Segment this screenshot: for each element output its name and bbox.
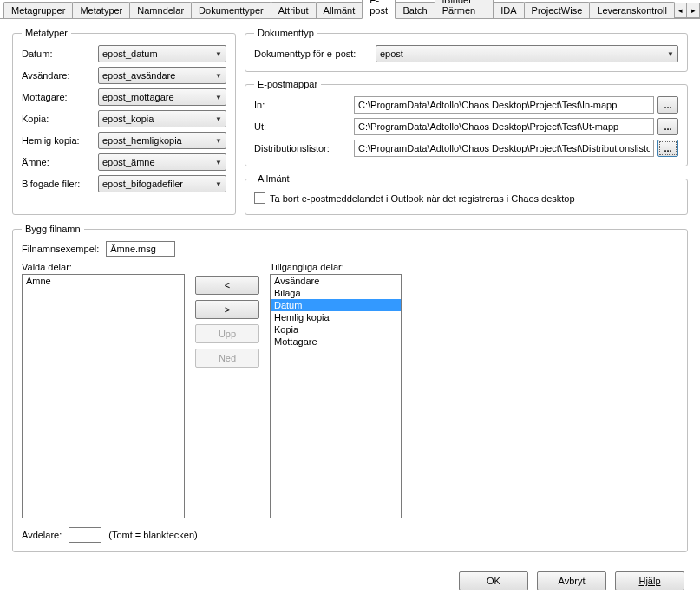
tab-dokumenttyper[interactable]: Dokumenttyper [191,2,271,18]
move-left-button[interactable]: < [195,276,259,295]
tab-scroll-left[interactable]: ◂ [673,3,687,18]
list-item[interactable]: Hemlig kopia [271,311,401,323]
combo-datum[interactable]: epost_datum▼ [98,45,226,62]
list-item[interactable]: Bilaga [271,287,401,299]
tab-scroll-right[interactable]: ▸ [686,3,700,18]
browse-distlistor-button[interactable]: ... [657,140,678,157]
move-up-button[interactable]: Upp [195,324,259,343]
label-avdelare: Avdelare: [22,530,62,540]
tab-ibinder[interactable]: iBinder Pärmen [435,0,494,18]
label-bifogade: Bifogade filer: [22,179,98,189]
label-filex: Filnamnsexempel: [22,244,99,254]
chevron-down-icon: ▼ [215,50,222,58]
allmant-legend: Allmänt [254,173,293,184]
tab-allmant[interactable]: Allmänt [316,2,363,18]
bygg-filnamn-group: Bygg filnamn Filnamnsexempel: Valda dela… [12,224,688,552]
input-distlistor[interactable] [354,140,654,157]
list-item[interactable]: Kopia [271,323,401,336]
label-mottagare: Mottagare: [22,92,98,102]
combo-kopia[interactable]: epost_kopia▼ [98,110,226,127]
combo-avsandare[interactable]: epost_avsändare▼ [98,67,226,84]
tab-metagrupper[interactable]: Metagrupper [3,2,73,18]
ok-button[interactable]: OK [459,571,528,590]
tab-metatyper[interactable]: Metatyper [72,2,130,18]
browse-in-button[interactable]: ... [657,96,678,114]
chevron-down-icon: ▼ [215,72,222,80]
dialog-buttons: OK Avbryt Hjälp [0,561,700,593]
label-ut: Ut: [254,121,354,132]
tab-attribut[interactable]: Attribut [271,2,317,18]
chevron-down-icon: ▼ [215,115,222,123]
cancel-button[interactable]: Avbryt [537,571,606,590]
chevron-down-icon: ▼ [215,137,222,145]
tab-leveranskontroll[interactable]: Leveranskontroll [589,2,675,18]
list-item[interactable]: Datum [271,299,401,311]
label-amne: Ämne: [22,157,98,167]
list-item[interactable]: Avsändare [271,275,401,287]
tab-epost[interactable]: E-post [362,0,396,19]
listbox-valda[interactable]: Ämne [22,274,185,518]
chevron-down-icon: ▼ [215,159,222,166]
help-button[interactable]: Hjälp [615,571,684,590]
hint-avdelare: (Tomt = blanktecken) [108,530,197,540]
label-in: In: [254,100,354,110]
input-avdelare[interactable] [69,527,101,543]
input-ut[interactable] [354,118,654,135]
chevron-down-icon: ▼ [215,94,222,101]
combo-mottagare[interactable]: epost_mottagare▼ [98,88,226,106]
tab-namndelar[interactable]: Namndelar [129,2,192,18]
tab-bar: Metagrupper Metatyper Namndelar Dokument… [0,0,700,19]
tab-ida[interactable]: IDA [493,2,524,18]
tab-projectwise[interactable]: ProjectWise [524,2,591,18]
list-item[interactable]: Mottagare [271,336,401,348]
label-hemligkopia: Hemlig kopia: [22,135,98,146]
epostmappar-group: E-postmappar In: ... Ut: ... Distributio… [245,79,688,166]
allmant-group: Allmänt Ta bort e-postmeddelandet i Outl… [245,173,688,215]
listbox-tillg[interactable]: Avsändare Bilaga Datum Hemlig kopia Kopi… [270,274,402,518]
input-in[interactable] [354,96,654,114]
checkbox-tabort-label: Ta bort e-postmeddelandet i Outlook när … [270,193,575,204]
browse-ut-button[interactable]: ... [657,118,678,135]
label-tillg: Tillgängliga delar: [270,262,402,272]
combo-bifogade[interactable]: epost_bifogadefiler▼ [98,175,226,192]
chevron-down-icon: ▼ [215,180,222,188]
move-down-button[interactable]: Ned [195,349,259,368]
chevron-left-icon: ◂ [678,6,683,15]
label-kopia: Kopia: [22,114,98,124]
combo-doktyp[interactable]: epost▼ [376,45,678,62]
epostmappar-legend: E-postmappar [254,79,321,89]
metatyper-legend: Metatyper [22,28,71,38]
label-distlistor: Distributionslistor: [254,143,354,153]
combo-amne[interactable]: epost_ämne▼ [98,153,226,171]
input-filex[interactable] [106,241,175,257]
list-item[interactable]: Ämne [23,275,184,287]
dokumenttyp-group: Dokumenttyp Dokumenttyp för e-post: epos… [245,28,688,72]
chevron-right-icon: ▸ [691,6,696,15]
label-valda: Valda delar: [22,262,185,272]
move-right-button[interactable]: > [195,300,259,319]
combo-hemligkopia[interactable]: epost_hemligkopia▼ [98,132,226,149]
dokumenttyp-legend: Dokumenttyp [254,28,317,38]
label-avsandare: Avsändare: [22,70,98,81]
tab-batch[interactable]: Batch [395,2,435,18]
checkbox-tabort[interactable] [254,192,265,204]
metatyper-group: Metatyper Datum:epost_datum▼ Avsändare:e… [12,28,236,215]
chevron-down-icon: ▼ [667,50,674,58]
bygg-legend: Bygg filnamn [22,224,84,234]
label-datum: Datum: [22,49,98,59]
label-doktyp: Dokumenttyp för e-post: [254,49,376,59]
